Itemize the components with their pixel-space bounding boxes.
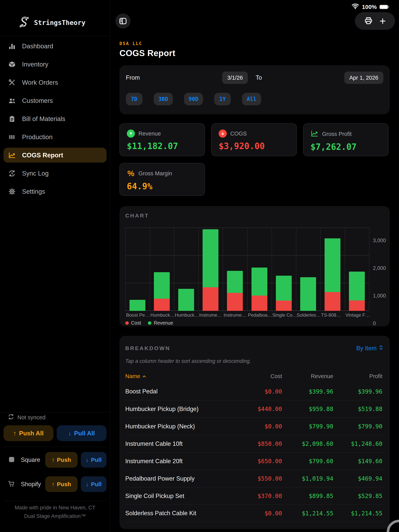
- sidebar-item-label: Settings: [22, 188, 45, 195]
- sidebar-item-label: COGS Report: [22, 152, 63, 159]
- chart-section-label: CHART: [125, 213, 384, 219]
- company-label: DSA LLC: [120, 41, 390, 46]
- shopify-pull-button[interactable]: ↓Pull: [81, 476, 107, 492]
- add-button[interactable]: +: [380, 16, 386, 26]
- bar-stack: [203, 229, 218, 311]
- sidebar-item-label: Sync Log: [22, 170, 49, 177]
- header-actions: +: [355, 12, 395, 30]
- print-button[interactable]: [364, 16, 373, 26]
- corner-arc: [368, 501, 399, 532]
- column-header-cost[interactable]: Cost: [236, 373, 282, 380]
- breakdown-card: BREAKDOWN By Item Tap a column header to…: [120, 336, 390, 529]
- x-axis-label: Humbuck…: [150, 312, 175, 318]
- cell-profit: $799.90: [333, 423, 382, 430]
- sidebar-item-bill-of-materials[interactable]: Bill of Materials: [3, 111, 107, 126]
- gridline-vertical: [150, 228, 150, 311]
- pull-all-button[interactable]: ↓ Pull All: [57, 425, 107, 441]
- range-preset-90d[interactable]: 90D: [184, 93, 203, 105]
- bar-segment-revenue: [227, 271, 243, 293]
- arrow-up-icon: ↑: [13, 430, 16, 437]
- column-header-name[interactable]: Name: [125, 373, 236, 380]
- to-label: To: [256, 74, 262, 81]
- sidebar-item-sync-log[interactable]: Sync Log: [3, 166, 107, 181]
- sidebar-item-settings[interactable]: Settings: [3, 184, 107, 199]
- x-axis-label: Humbuck…: [175, 312, 199, 318]
- cell-name: Humbucker Pickup (Neck): [125, 423, 236, 430]
- sidebar-item-cogs-report[interactable]: COGS Report: [3, 148, 107, 163]
- cell-cost: $440.00: [236, 405, 282, 412]
- column-header-revenue[interactable]: Revenue: [282, 373, 333, 380]
- app-screen: 4:55 PM Wed Apr 1 100% StringsTheory Das…: [0, 0, 399, 532]
- gear-icon: [8, 187, 16, 196]
- stat-value: 64.9%: [127, 181, 197, 191]
- sidebar-item-production[interactable]: Production: [3, 130, 107, 144]
- to-date-picker[interactable]: Apr 1, 2026: [344, 71, 383, 84]
- cell-revenue: $799.90: [282, 423, 333, 430]
- x-axis-label: TS-808…: [321, 312, 345, 318]
- sidebar-toggle-button[interactable]: [115, 13, 131, 29]
- sidebar-item-inventory[interactable]: Inventory: [3, 57, 107, 72]
- sync-status: Not synced: [3, 414, 107, 421]
- cell-cost: $0.00: [236, 423, 282, 430]
- range-preset-30d[interactable]: 30D: [154, 93, 173, 105]
- bar-segment-revenue: [252, 267, 267, 296]
- table-row: Instrument Cable 10ft$850.00$2,098.60$1,…: [125, 435, 384, 452]
- table-row: Boost Pedal$0.00$399.96$399.96: [125, 383, 384, 400]
- column-header-profit[interactable]: Profit: [333, 373, 382, 380]
- range-preset-all[interactable]: All: [242, 93, 261, 105]
- x-axis-label: Single Co…: [272, 312, 297, 318]
- bar-segment-cost: [203, 287, 218, 311]
- x-axis-label: Boost Pe…: [126, 312, 150, 318]
- stat-card-cogs: COGS $3,920.00: [211, 123, 297, 156]
- cell-profit: $1,248.60: [333, 440, 382, 447]
- sidebar-item-dashboard[interactable]: Dashboard: [3, 39, 107, 54]
- cell-revenue: $399.96: [282, 388, 333, 395]
- cell-revenue: $2,098.60: [282, 440, 333, 447]
- integration-name: Shopify: [21, 481, 45, 488]
- bar-segment-revenue: [154, 272, 170, 299]
- sidebar-item-label: Dashboard: [22, 43, 53, 50]
- bar-segment-revenue: [276, 276, 292, 301]
- range-preset-1y[interactable]: 1Y: [214, 93, 231, 105]
- range-preset-7d[interactable]: 7D: [126, 93, 142, 105]
- cell-name: Instrument Cable 10ft: [125, 440, 236, 447]
- x-axis-label: Solderles…: [297, 312, 321, 318]
- stat-card-revenue: Revenue $11,182.07: [120, 123, 205, 156]
- tools-icon: [8, 78, 16, 87]
- sidebar: StringsTheory Dashboard Inventory Work O…: [0, 0, 110, 532]
- arrow-down-icon: ↓: [68, 430, 71, 437]
- arrow-up-icon: ↑: [52, 481, 55, 488]
- square-push-button[interactable]: ↑Push: [45, 452, 77, 468]
- arrow-down-icon: ↓: [86, 481, 89, 488]
- push-all-button[interactable]: ↑ Push All: [3, 425, 53, 441]
- y-tick-label: 3,000: [373, 238, 386, 244]
- cell-name: Single Coil Pickup Set: [125, 493, 236, 500]
- square-icon: [8, 456, 15, 464]
- range-presets: 7D30D90D1YAll: [126, 93, 383, 105]
- from-date-picker[interactable]: 3/1/26: [222, 71, 248, 84]
- gridline-vertical: [247, 228, 248, 311]
- sidebar-item-label: Production: [22, 133, 53, 141]
- cell-profit: $399.96: [333, 388, 382, 395]
- gridline-vertical: [345, 228, 345, 311]
- bar-segment-revenue: [325, 238, 340, 292]
- sidebar-sync-footer: Not synced ↑ Push All ↓ Pull All Square …: [0, 412, 110, 520]
- gridline-vertical: [223, 228, 223, 311]
- main-content: + DSA LLC COGS Report From 3/1/26 To Apr…: [110, 0, 399, 532]
- legend-label: Revenue: [154, 320, 173, 326]
- cell-name: Pedalboard Power Supply: [125, 475, 236, 482]
- arrow-up-circle-icon: [127, 130, 135, 138]
- cell-profit: $529.85: [333, 493, 382, 499]
- square-pull-button[interactable]: ↓Pull: [81, 452, 107, 468]
- shopify-push-button[interactable]: ↑Push: [45, 476, 77, 492]
- cell-profit: $519.88: [333, 405, 382, 412]
- sidebar-item-work-orders[interactable]: Work Orders: [3, 75, 107, 90]
- stat-value: $7,262.07: [310, 142, 381, 152]
- arrow-up-icon: ↑: [52, 457, 55, 463]
- cell-cost: $650.00: [236, 458, 282, 464]
- group-by-selector[interactable]: By Item: [356, 344, 384, 352]
- x-axis-labels: Boost Pe…Humbuck…Humbuck…Instrume…Instru…: [125, 312, 369, 319]
- table-row: Pedalboard Power Supply$550.00$1,019.94$…: [125, 470, 384, 487]
- sidebar-item-customers[interactable]: Customers: [3, 93, 107, 108]
- cell-revenue: $1,019.94: [282, 475, 333, 482]
